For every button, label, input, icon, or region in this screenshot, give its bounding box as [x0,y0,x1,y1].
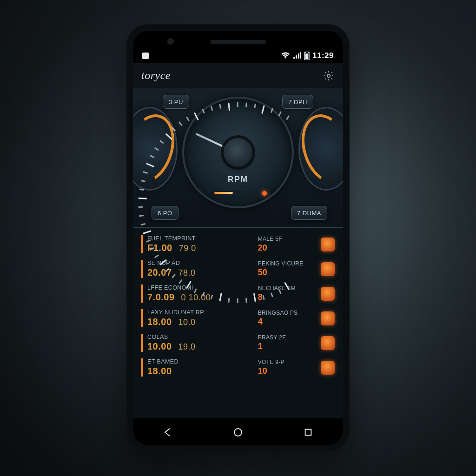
svg-point-2 [234,429,242,436]
aux-value: 1 [258,342,316,351]
notification-icon [142,53,149,59]
cell-signal-icon [293,52,301,60]
back-button[interactable] [159,423,177,442]
warning-icon [321,238,335,251]
home-button[interactable] [229,423,247,442]
sensor-row[interactable]: ET BAMED 18.00 VOTE 9-P 10 [133,356,343,380]
sensor-label: ET BAMED [147,358,251,365]
android-nav-bar [133,418,343,445]
warning-icon [321,262,335,276]
gauge-pill-bottom-left[interactable]: 6 PO [152,206,178,220]
aux-value: 4 [258,317,316,327]
gauge-pill-br-label: 7 DUMA [297,210,321,217]
sensor-label: FUEL TEMPRINT [147,235,251,242]
aux-label: BRINGSAO PS [258,310,316,316]
right-aux-gauge [298,107,343,191]
aux-label: PEKING VICURE [258,260,316,267]
sensor-row[interactable]: LAXY NUDUNAT RP 18.0010.0 BRINGSAO PS 4 [133,306,343,331]
app-bar: toryce [133,63,343,88]
status-time: 11:29 [312,51,334,60]
svg-point-1 [327,74,330,77]
recent-apps-button[interactable] [299,423,317,442]
svg-rect-3 [305,429,311,435]
aux-value: 8 [258,292,316,302]
settings-icon[interactable] [323,70,335,82]
sensor-label: COLAS [147,334,251,340]
wifi-icon [281,52,290,60]
svg-rect-0 [305,53,309,59]
gauge-indicator-dot [262,191,267,196]
app-title: toryce [141,69,171,82]
gauge-pill-top-left[interactable]: 3 PU [163,95,189,109]
sensor-row[interactable]: COLAS 10.0019.0 PRASY 2E 1 [133,331,343,356]
sensor-values: 10.0019.0 [147,341,251,352]
gauge-pill-tr-label: 7 DPH [288,99,307,106]
sensor-values: 20.0778.0 [147,267,251,278]
sensor-label: LAXY NUDUNAT RP [147,309,251,316]
warning-icon [321,311,335,325]
warning-icon [321,361,335,375]
gauge-progress [212,192,264,194]
aux-value: 10 [258,366,316,376]
warning-icon [321,287,335,301]
aux-label: VOTE 9-P [258,359,316,365]
status-bar: 11:29 [133,31,343,63]
gauge-panel[interactable]: 3 PU 7 DPH 6 PO 7 DUMA RPM [133,88,343,228]
sensor-values: 7.0.090 10.00 [147,292,251,303]
screen: 11:29 toryce 3 PU 7 DPH 6 PO 7 DUMA [133,31,343,445]
gauge-pill-bottom-right[interactable]: 7 DUMA [291,206,327,220]
gauge-unit-label: RPM [228,175,248,184]
phone-camera [167,38,174,45]
sensor-values: F1.0079 0 [147,243,251,253]
sensor-values: 18.0010.0 [147,317,251,327]
gauge-pill-tl-label: 3 PU [169,99,183,106]
warning-icon [321,336,335,350]
phone-frame: 11:29 toryce 3 PU 7 DPH 6 PO 7 DUMA [126,24,350,452]
gauge-hub [224,138,252,167]
battery-icon [304,52,310,60]
sensor-row[interactable]: FUEL TEMPRINT F1.0079 0 MALE 5F 20 [133,232,343,257]
sensor-label: LFFE ECONOMI [147,284,251,291]
phone-speaker [210,40,266,44]
gauge-pill-bl-label: 6 PO [158,210,172,217]
aux-value: 50 [258,268,316,278]
sensor-list[interactable]: FUEL TEMPRINT F1.0079 0 MALE 5F 20 SE NU… [133,228,343,418]
aux-value: 20 [258,243,316,253]
sensor-values: 18.00 [147,366,251,377]
aux-label: MALE 5F [258,236,316,242]
aux-label: PRASY 2E [258,334,316,341]
rpm-gauge[interactable]: RPM [182,97,294,208]
